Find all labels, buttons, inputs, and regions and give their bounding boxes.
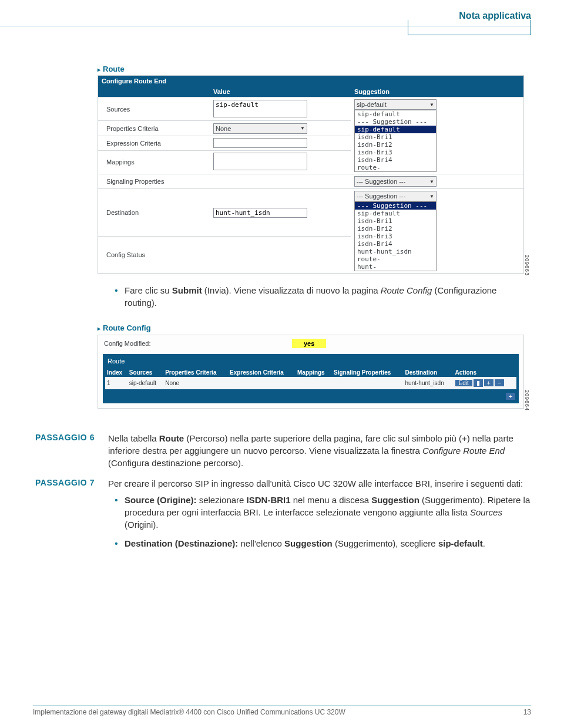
suggestion-listbox-destination[interactable]: --- Suggestion ---sip-defaultisdn-Bri1is… bbox=[354, 201, 437, 271]
move-button[interactable]: ▮ bbox=[474, 379, 483, 387]
col-value: Value bbox=[210, 86, 351, 97]
route-heading: ▸Route bbox=[98, 65, 524, 73]
suggestion-select-destination[interactable]: --- Suggestion ---▼ bbox=[354, 191, 437, 201]
chevron-right-icon: ▸ bbox=[98, 325, 100, 332]
table-header: Mappings bbox=[296, 368, 332, 377]
bullet-icon: • bbox=[108, 537, 125, 550]
table-header: Destination bbox=[404, 368, 454, 377]
figure-number: 209664 bbox=[524, 390, 530, 411]
mappings-input[interactable] bbox=[213, 153, 307, 170]
label-signaling-properties: Signaling Properties bbox=[98, 174, 210, 189]
listbox-option[interactable]: route- bbox=[355, 255, 436, 263]
page-footer: Implementazione dei gateway digitali Med… bbox=[33, 705, 531, 716]
figure-number: 209663 bbox=[524, 255, 530, 276]
step-6: PASSAGGIO 6 Nella tabella Route (Percors… bbox=[35, 432, 531, 470]
listbox-option[interactable]: sip-default bbox=[355, 110, 436, 118]
listbox-option[interactable]: isdn-Bri1 bbox=[355, 133, 436, 141]
chevron-down-icon: ▼ bbox=[300, 126, 305, 131]
add-row-button[interactable]: + bbox=[506, 393, 515, 400]
suggestion-select-sources[interactable]: sip-default▼ bbox=[354, 99, 437, 110]
table-cell bbox=[296, 377, 332, 389]
listbox-option[interactable]: sip-default bbox=[355, 210, 436, 217]
destination-input[interactable] bbox=[213, 208, 307, 218]
config-modified-value: yes bbox=[292, 339, 326, 348]
listbox-option[interactable]: isdn-Bri2 bbox=[355, 225, 436, 232]
table-header: Actions bbox=[454, 368, 516, 377]
listbox-option[interactable]: --- Suggestion --- bbox=[355, 202, 436, 210]
table-cell: hunt-hunt_isdn bbox=[404, 377, 454, 389]
col-suggestion: Suggestion bbox=[351, 86, 523, 97]
chevron-down-icon: ▼ bbox=[429, 194, 434, 199]
step-7: PASSAGGIO 7 Per creare il percorso SIP i… bbox=[35, 477, 531, 555]
listbox-option[interactable]: hunt-hunt_isdn bbox=[355, 248, 436, 255]
page-number: 13 bbox=[523, 708, 531, 716]
footer-text: Implementazione dei gateway digitali Med… bbox=[33, 708, 345, 716]
suggestion-listbox-sources[interactable]: sip-default--- Suggestion ---sip-default… bbox=[354, 110, 437, 172]
step-label: PASSAGGIO 7 bbox=[35, 477, 108, 555]
actions-cell: Edit▮+− bbox=[454, 377, 516, 389]
sources-input[interactable]: sip-default bbox=[213, 100, 307, 117]
bullet-icon: • bbox=[108, 284, 125, 309]
table-cell bbox=[332, 377, 404, 389]
chevron-right-icon: ▸ bbox=[98, 66, 100, 73]
table-header: Signaling Properties bbox=[332, 368, 404, 377]
table-header: Index bbox=[105, 368, 127, 377]
listbox-option[interactable]: isdn-Bri2 bbox=[355, 141, 436, 149]
step-label: PASSAGGIO 6 bbox=[35, 432, 108, 470]
figure-route-end: ▸Route Configure Route End Value Suggest… bbox=[33, 65, 531, 274]
edit-button[interactable]: Edit bbox=[455, 380, 472, 386]
step-content: Nella tabella Route (Percorso) nella par… bbox=[108, 432, 531, 470]
table-header: Properties Criteria bbox=[163, 368, 228, 377]
expression-criteria-input[interactable] bbox=[213, 138, 307, 148]
listbox-option[interactable]: --- Suggestion --- bbox=[355, 118, 436, 126]
properties-criteria-select[interactable]: None▼ bbox=[213, 123, 307, 134]
table-cell: 1 bbox=[105, 377, 127, 389]
table-header: Sources bbox=[127, 368, 163, 377]
label-config-status: Config Status bbox=[98, 237, 210, 273]
label-destination: Destination bbox=[98, 189, 210, 237]
listbox-option[interactable]: isdn-Bri1 bbox=[355, 217, 436, 225]
add-button[interactable]: + bbox=[484, 379, 494, 386]
listbox-option[interactable]: sip-default bbox=[355, 126, 436, 133]
suggestion-select-sigprop[interactable]: --- Suggestion ---▼ bbox=[354, 176, 437, 187]
label-sources: Sources bbox=[98, 97, 210, 121]
route-config-heading: ▸Route Config bbox=[98, 323, 524, 332]
bullet-icon: • bbox=[108, 494, 125, 531]
table-cell bbox=[228, 377, 296, 389]
table-cell: sip-default bbox=[127, 377, 163, 389]
header-accent-box bbox=[408, 20, 531, 35]
listbox-option[interactable]: isdn-Bri4 bbox=[355, 156, 436, 164]
listbox-option[interactable]: route- bbox=[355, 164, 436, 171]
chevron-down-icon: ▼ bbox=[429, 102, 434, 107]
listbox-option[interactable]: isdn-Bri3 bbox=[355, 232, 436, 240]
section-title: Configure Route End bbox=[98, 76, 523, 86]
table-cell: None bbox=[163, 377, 228, 389]
config-modified-label: Config Modified: bbox=[104, 340, 221, 347]
chevron-down-icon: ▼ bbox=[429, 179, 434, 184]
label-expression-criteria: Expression Criteria bbox=[98, 136, 210, 151]
label-properties-criteria: Properties Criteria bbox=[98, 121, 210, 136]
submit-instruction: Fare clic su Submit (Invia). Viene visua… bbox=[125, 284, 531, 309]
route-table: Route IndexSourcesProperties CriteriaExp… bbox=[103, 354, 519, 403]
label-mappings: Mappings bbox=[98, 150, 210, 174]
listbox-option[interactable]: hunt- bbox=[355, 263, 436, 271]
listbox-option[interactable]: isdn-Bri4 bbox=[355, 240, 436, 248]
table-header: Expression Criteria bbox=[228, 368, 296, 377]
listbox-option[interactable]: isdn-Bri3 bbox=[355, 149, 436, 156]
remove-button[interactable]: − bbox=[495, 379, 504, 386]
step-content: Per creare il percorso SIP in ingresso d… bbox=[108, 477, 531, 555]
